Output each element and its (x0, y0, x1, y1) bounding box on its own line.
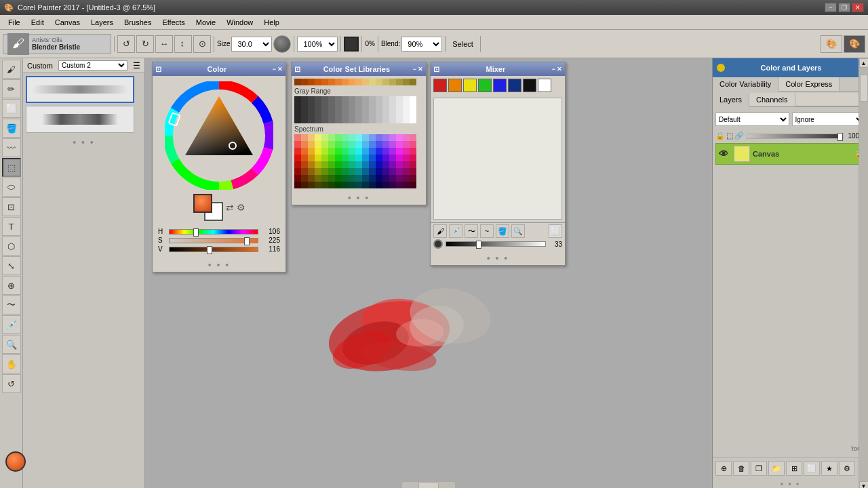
color-cell[interactable] (355, 175, 362, 182)
pencil-tool[interactable]: ✏ (2, 79, 21, 98)
color-cell[interactable] (410, 134, 416, 141)
color-cell[interactable] (328, 96, 335, 103)
color-cell[interactable] (369, 96, 376, 103)
color-cell[interactable] (321, 110, 328, 117)
brush-thumb-2[interactable] (26, 106, 134, 133)
color-cell[interactable] (335, 79, 342, 85)
layer-settings-btn[interactable]: ⚙ (839, 461, 855, 476)
color-cell[interactable] (355, 161, 362, 168)
color-cell[interactable] (342, 103, 349, 110)
color-cell[interactable] (376, 161, 382, 168)
mixer-blend-tool[interactable]: 〜 (465, 224, 478, 238)
shape-tool[interactable]: ⬡ (2, 237, 21, 256)
color-cell[interactable] (396, 168, 403, 175)
color-cell[interactable] (315, 182, 321, 188)
color-panel-header[interactable]: ⊡ Color − ✕ (153, 62, 285, 76)
color-cell[interactable] (355, 117, 362, 123)
color-cell[interactable] (294, 110, 301, 117)
color-cell[interactable] (382, 103, 389, 110)
brush-size-select[interactable]: 30.0 (231, 37, 272, 52)
color-cell[interactable] (362, 148, 369, 155)
color-cell[interactable] (294, 175, 301, 182)
color-cell[interactable] (342, 96, 349, 103)
color-cell[interactable] (396, 117, 403, 123)
color-cell[interactable] (376, 96, 382, 103)
color-cell[interactable] (403, 96, 410, 103)
color-cell[interactable] (389, 110, 396, 117)
color-cell[interactable] (396, 96, 403, 103)
eraser-tool[interactable]: ⬜ (2, 99, 21, 118)
app-minimize-btn[interactable]: − (825, 3, 837, 12)
color-cell[interactable] (389, 148, 396, 155)
color-cell[interactable] (362, 117, 369, 123)
pan-tool[interactable]: ✋ (2, 354, 21, 373)
color-cell[interactable] (301, 168, 308, 175)
blend-mode-select[interactable]: Default (715, 113, 789, 126)
color-cell[interactable] (389, 141, 396, 148)
color-cell[interactable] (335, 155, 342, 161)
color-cell[interactable] (369, 110, 376, 117)
color-cell[interactable] (315, 79, 321, 85)
color-cell[interactable] (335, 182, 342, 188)
color-cell[interactable] (301, 148, 308, 155)
color-cell[interactable] (321, 141, 328, 148)
rotate-right-btn[interactable]: ↻ (136, 35, 154, 53)
color-cell[interactable] (410, 148, 416, 155)
color-cell[interactable] (321, 134, 328, 141)
color-cell[interactable] (328, 182, 335, 188)
color-cell[interactable] (362, 79, 369, 85)
color-manage-btn[interactable]: 🎨 (844, 35, 865, 53)
blender-tool[interactable]: 〜 (2, 296, 21, 314)
paint-bucket-tool[interactable]: 🪣 (2, 119, 21, 138)
color-cell[interactable] (382, 117, 389, 123)
color-panel-close[interactable]: ✕ (277, 66, 283, 73)
mixer-blue2[interactable] (508, 79, 521, 92)
rotate-left-btn[interactable]: ↺ (117, 35, 135, 53)
color-cell[interactable] (315, 117, 321, 123)
color-cell[interactable] (349, 79, 355, 85)
brush-variant-select[interactable]: Custom 2 (58, 60, 127, 70)
color-cell[interactable] (308, 79, 315, 85)
color-cell[interactable] (410, 141, 416, 148)
color-cell[interactable] (389, 155, 396, 161)
mixer-fill-tool[interactable]: 🪣 (496, 224, 509, 238)
mixer-pick-tool[interactable]: 💉 (449, 224, 462, 238)
color-cell[interactable] (382, 175, 389, 182)
color-cell[interactable] (382, 155, 389, 161)
color-cell[interactable] (315, 148, 321, 155)
color-cell[interactable] (342, 79, 349, 85)
color-cell[interactable] (308, 168, 315, 175)
val-slider[interactable] (169, 247, 258, 252)
color-cell[interactable] (376, 103, 382, 110)
layer-link-icon[interactable]: 🔗 (734, 131, 744, 140)
color-cell[interactable] (315, 175, 321, 182)
color-cell[interactable] (321, 168, 328, 175)
color-cell[interactable] (342, 148, 349, 155)
color-cell[interactable] (376, 117, 382, 123)
color-cell[interactable] (321, 155, 328, 161)
app-restore-btn[interactable]: ❐ (838, 3, 850, 12)
color-cell[interactable] (335, 117, 342, 123)
brush-thumb-1[interactable] (26, 76, 134, 103)
brush-tool[interactable]: 🖌 (2, 60, 21, 79)
color-cell[interactable] (410, 155, 416, 161)
color-cell[interactable] (315, 168, 321, 175)
select-tool[interactable]: ⬚ (2, 158, 21, 177)
color-cell[interactable] (335, 168, 342, 175)
mixer-zoom-tool[interactable]: 🔍 (511, 224, 525, 238)
color-wheel-svg[interactable] (165, 81, 273, 190)
color-cell[interactable] (382, 110, 389, 117)
select-label[interactable]: Select (448, 39, 477, 49)
color-cell[interactable] (349, 161, 355, 168)
color-cell[interactable] (389, 117, 396, 123)
color-cell[interactable] (315, 134, 321, 141)
layer-eye-btn[interactable]: 👁 (719, 148, 731, 159)
color-cell[interactable] (355, 148, 362, 155)
color-cell[interactable] (362, 168, 369, 175)
color-cell[interactable] (355, 103, 362, 110)
color-cell[interactable] (349, 141, 355, 148)
color-cell[interactable] (369, 175, 376, 182)
color-cell[interactable] (410, 96, 416, 103)
color-cell[interactable] (403, 155, 410, 161)
color-cell[interactable] (389, 182, 396, 188)
